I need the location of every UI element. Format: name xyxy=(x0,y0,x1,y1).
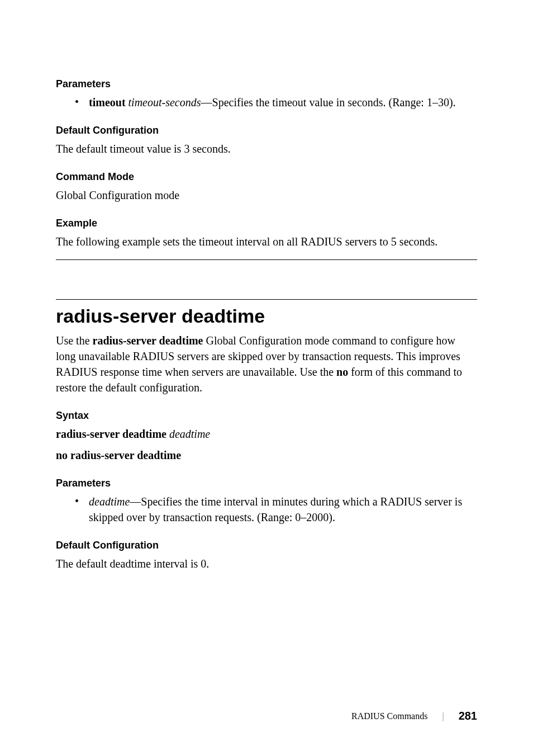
bullet-dot-icon: • xyxy=(75,494,79,508)
command-mode-text: Global Configuration mode xyxy=(56,187,477,203)
syntax-heading: Syntax xyxy=(56,410,477,422)
default-config-heading: Default Configuration xyxy=(56,125,477,136)
footer-page-number: 281 xyxy=(459,710,477,722)
bullet-rest: —Specifies the timeout value in seconds.… xyxy=(201,96,456,108)
bullet-rest-2: —Specifies the time interval in minutes … xyxy=(89,495,462,523)
command-description: Use the radius-server deadtime Global Co… xyxy=(56,333,477,395)
bullet-bold: timeout xyxy=(89,96,126,108)
parameters-heading: Parameters xyxy=(56,78,477,90)
example-heading: Example xyxy=(56,218,477,229)
syntax-line-2: no radius-server deadtime xyxy=(56,447,477,463)
bullet-dot-icon: • xyxy=(75,94,79,109)
default-config-text: The default timeout value is 3 seconds. xyxy=(56,141,477,157)
default-config-text-2: The default deadtime interval is 0. xyxy=(56,556,477,571)
command-title: radius-server deadtime xyxy=(56,305,477,327)
divider-line xyxy=(56,299,477,300)
parameter-bullet-text: timeout timeout-seconds—Specifies the ti… xyxy=(89,94,456,110)
divider-line xyxy=(56,259,477,260)
parameter-bullet-row-2: • deadtime—Specifies the time interval i… xyxy=(75,494,477,525)
command-mode-heading: Command Mode xyxy=(56,171,477,183)
footer-separator-icon: | xyxy=(442,711,444,721)
syntax-line-1: radius-server deadtime deadtime xyxy=(56,426,477,442)
parameters-heading-2: Parameters xyxy=(56,478,477,489)
bullet-italic-2: deadtime xyxy=(89,495,130,508)
footer-chapter: RADIUS Commands xyxy=(351,711,427,721)
page-footer: RADIUS Commands | 281 xyxy=(351,710,477,722)
example-text: The following example sets the timeout i… xyxy=(56,234,477,249)
parameter-bullet-row: • timeout timeout-seconds—Specifies the … xyxy=(75,94,477,110)
bullet-italic: timeout-seconds xyxy=(129,96,201,108)
parameter-bullet-text-2: deadtime—Specifies the time interval in … xyxy=(89,494,477,525)
default-config-heading-2: Default Configuration xyxy=(56,540,477,551)
